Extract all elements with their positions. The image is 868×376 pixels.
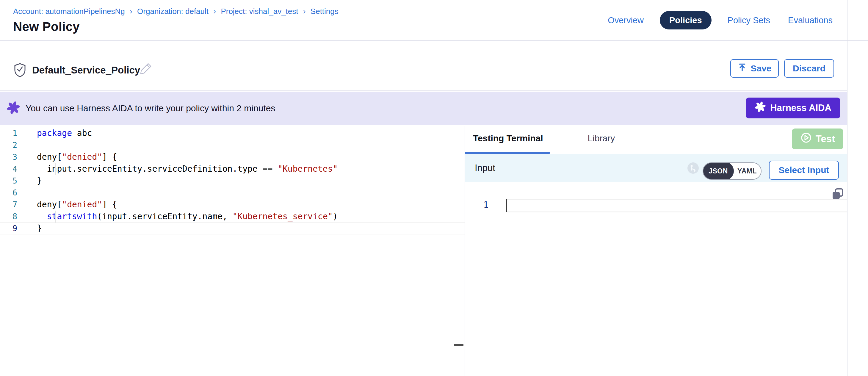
save-button-label: Save xyxy=(750,63,771,73)
code-line-6[interactable]: 6 xyxy=(0,187,465,199)
save-button[interactable]: Save xyxy=(730,59,779,77)
aida-button-flower-icon xyxy=(755,101,766,115)
code-line-9[interactable]: 9} xyxy=(0,222,465,234)
upload-icon xyxy=(737,63,747,74)
nav-tab-policies[interactable]: Policies xyxy=(660,11,712,29)
page-title: New Policy xyxy=(13,20,80,34)
breadcrumb-separator: › xyxy=(213,6,216,16)
discard-button[interactable]: Discard xyxy=(784,59,834,77)
code-content: } xyxy=(17,223,42,234)
code-content xyxy=(17,187,37,199)
input-graph-icon[interactable] xyxy=(687,162,699,175)
line-number: 5 xyxy=(0,175,17,187)
input-bar: Input JSONYAML Select Input xyxy=(465,154,847,182)
edit-policy-name-icon[interactable] xyxy=(139,62,152,76)
aida-banner: You can use Harness AIDA to write your p… xyxy=(0,92,847,125)
aida-button-label: Harness AIDA xyxy=(770,103,831,113)
breadcrumb-separator: › xyxy=(303,6,306,16)
breadcrumb-item-settings[interactable]: Settings xyxy=(311,7,339,16)
active-tab-underline xyxy=(465,152,550,154)
input-editor[interactable]: 1 xyxy=(465,182,847,376)
code-content: deny["denied"] { xyxy=(17,199,117,211)
code-lines: 1package abc23deny["denied"] {4 input.se… xyxy=(0,127,465,234)
play-icon xyxy=(800,132,812,146)
code-content: } xyxy=(17,175,42,187)
discard-button-label: Discard xyxy=(793,63,826,73)
code-content: input.serviceEntity.serviceDefinition.ty… xyxy=(17,163,338,175)
code-content: deny["denied"] { xyxy=(17,151,117,163)
policy-code-editor[interactable]: 1package abc23deny["denied"] {4 input.se… xyxy=(0,126,465,376)
line-number: 2 xyxy=(0,139,17,151)
code-content: startswith(input.serviceEntity.name, "Ku… xyxy=(17,211,338,222)
code-line-1[interactable]: 1package abc xyxy=(0,127,465,139)
code-line-7[interactable]: 7deny["denied"] { xyxy=(0,199,465,211)
testing-panel: Testing TerminalLibrary Test Input JSONY… xyxy=(465,126,847,376)
select-input-button[interactable]: Select Input xyxy=(769,161,839,180)
line-number: 6 xyxy=(0,187,17,199)
input-current-line xyxy=(506,199,847,212)
format-option-yaml[interactable]: YAML xyxy=(733,162,761,180)
text-cursor xyxy=(506,199,506,212)
test-button-label: Test xyxy=(816,133,835,145)
line-number: 1 xyxy=(0,127,17,139)
code-line-5[interactable]: 5} xyxy=(0,175,465,187)
line-number: 7 xyxy=(0,199,17,211)
scrollbar-gutter-border xyxy=(847,0,847,376)
aida-flower-icon xyxy=(6,101,20,116)
breadcrumb-item-project[interactable]: Project: vishal_av_test xyxy=(221,7,298,16)
line-number: 9 xyxy=(0,223,17,234)
terminal-tabs: Testing TerminalLibrary xyxy=(473,133,615,144)
format-option-json[interactable]: JSON xyxy=(703,162,734,180)
input-label: Input xyxy=(475,163,495,174)
code-line-8[interactable]: 8 startswith(input.serviceEntity.name, "… xyxy=(0,211,465,222)
breadcrumb-separator: › xyxy=(130,6,132,16)
nav-tabs: OverviewPoliciesPolicy SetsEvaluations xyxy=(606,11,834,30)
tab-library[interactable]: Library xyxy=(588,133,615,144)
line-number: 4 xyxy=(0,163,17,175)
policy-name: Default_Service_Policy xyxy=(32,65,140,76)
line-number: 3 xyxy=(0,151,17,163)
line-number: 8 xyxy=(0,211,17,222)
format-toggle: JSONYAML xyxy=(703,162,762,180)
nav-tab-evaluations[interactable]: Evaluations xyxy=(786,11,834,29)
policy-shield-icon xyxy=(13,63,27,79)
breadcrumb-item-organization[interactable]: Organization: default xyxy=(137,7,209,16)
nav-tab-policy-sets[interactable]: Policy Sets xyxy=(726,11,772,29)
overview-ruler-cursor-marker xyxy=(454,344,463,346)
new-policy-page: { "colors": { "link_blue": "#2f72d6", "a… xyxy=(0,0,868,376)
aida-banner-text: You can use Harness AIDA to write your p… xyxy=(26,103,275,113)
select-input-label: Select Input xyxy=(778,165,829,175)
code-content xyxy=(17,139,37,151)
code-line-4[interactable]: 4 input.serviceEntity.serviceDefinition.… xyxy=(0,163,465,175)
breadcrumb-item-account[interactable]: Account: automationPipelinesNg xyxy=(13,7,125,16)
code-line-3[interactable]: 3deny["denied"] { xyxy=(0,151,465,163)
tab-testing-terminal[interactable]: Testing Terminal xyxy=(473,133,543,144)
header: Account: automationPipelinesNg›Organizat… xyxy=(0,0,868,41)
test-button[interactable]: Test xyxy=(792,128,843,149)
indent-guide xyxy=(55,163,56,175)
toolbar-row: Default_Service_Policy Save Discard xyxy=(0,41,847,91)
code-line-2[interactable]: 2 xyxy=(0,139,465,151)
copy-icon[interactable] xyxy=(832,188,844,200)
indent-guide xyxy=(55,211,56,222)
harness-aida-button[interactable]: Harness AIDA xyxy=(746,98,840,118)
breadcrumb: Account: automationPipelinesNg›Organizat… xyxy=(13,6,339,16)
nav-tab-overview[interactable]: Overview xyxy=(606,11,646,29)
input-line-number: 1 xyxy=(484,200,489,210)
code-content: package abc xyxy=(17,127,92,139)
